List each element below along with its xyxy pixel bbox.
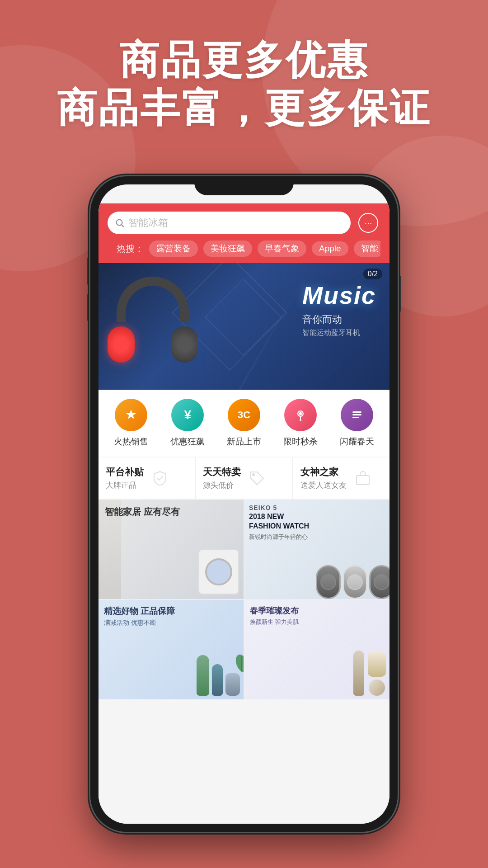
search-bar[interactable]: 智能冰箱 ··· [108,211,380,235]
tag-apple[interactable]: Apple [312,241,348,256]
feature-row: 平台补贴 大牌正品 天天特卖 源头低价 [99,458,389,499]
bottle-group [197,655,244,699]
power-button [398,276,401,312]
svg-rect-10 [357,476,369,485]
main-banner[interactable]: Music 音你而动 智能运动蓝牙耳机 0/2 [99,263,389,390]
product-skincare[interactable]: 春季璀璨发布 焕颜新生 弹力美肌 [244,600,389,699]
tag-camping[interactable]: 露营装备 [149,241,198,257]
cosmetics-text: 精选好物 正品保障 满减活动 优惠不断 [104,605,175,627]
hot-search-row: 热搜： 露营装备 美妆狂飙 早春气象 Apple 智能 [108,235,380,263]
watch-sub: 新锐时尚源于年轻的心 [249,533,309,541]
category-flash-sale[interactable]: 限时秒杀 [278,399,323,448]
svg-rect-8 [352,417,359,418]
bottle-short [225,673,240,696]
svg-point-3 [299,412,302,415]
new-products-icon: 3C [228,399,260,431]
svg-point-9 [253,474,254,476]
headphone-left-cup [108,326,135,363]
flash-sale-icon [284,399,317,431]
feature-goddess-sub: 送爱人送女友 [300,480,347,491]
search-input-wrap[interactable]: 智能冰箱 [108,212,351,234]
product-smart-home[interactable]: 智能家居 应有尽有 [99,500,244,599]
feature-daily-deals[interactable]: 天天特卖 源头低价 [196,458,292,499]
hot-sales-icon [115,399,147,431]
seiko-brand: SEIKO 5 [249,504,309,511]
feature-goddess-title: 女神之家 [300,466,347,478]
category-discount[interactable]: ¥ 优惠狂飙 [165,399,210,448]
sk-bottle-tall [353,651,364,696]
skincare-bottle-group [350,647,389,699]
product-grid: 智能家居 应有尽有 SEIKO 5 2018 NEWFASHION WATCH … [99,500,389,699]
watch-item-dark [316,565,341,599]
phone-notch [194,176,294,195]
watch-text: SEIKO 5 2018 NEWFASHION WATCH 新锐时尚源于年轻的心 [249,504,309,541]
skin-title: 春季璀璨发布 [250,605,299,616]
app-content: 智能冰箱 ··· 热搜： 露营装备 美妆狂飙 早春气象 [99,203,389,824]
smart-home-text: 智能家居 应有尽有 [105,506,180,518]
tag-beauty[interactable]: 美妆狂飙 [203,241,252,257]
product-cosmetics[interactable]: 精选好物 正品保障 满减活动 优惠不断 [99,600,244,699]
tag-smart[interactable]: 智能 [354,241,380,257]
watch-item-dark2 [369,565,389,599]
sk-bottle-fat [368,652,386,677]
chat-button[interactable]: ··· [356,211,380,235]
svg-rect-7 [352,414,361,415]
chat-bubble-icon: ··· [358,213,378,233]
feature-goddess[interactable]: 女神之家 送爱人送女友 [293,458,389,499]
feature-daily-text: 天天特卖 源头低价 [203,466,241,491]
chat-dots: ··· [365,218,372,228]
spring-icon [341,399,373,431]
smart-home-title: 智能家居 应有尽有 [105,506,180,518]
washer-visual [198,549,239,594]
sk-bottle-round [369,679,385,696]
svg-point-5 [300,419,301,421]
headphone-arc [117,277,189,322]
skin-sub: 焕颜新生 弹力美肌 [250,618,299,626]
headphone-right-cup [171,326,198,363]
watch-display [316,565,389,599]
hero-line2: 商品丰富，更多保证 [0,84,488,132]
headphone-image [108,268,198,367]
banner-subtitle: 音你而动 [302,313,376,326]
flash-sale-label: 限时秒杀 [283,436,318,448]
tag-icon [247,468,267,488]
washer-drum [205,558,232,585]
new-products-label: 新品上市 [227,436,261,448]
feature-goddess-text: 女神之家 送爱人送女友 [300,466,347,491]
leaf-icon [233,650,244,672]
phone-frame: 智能冰箱 ··· 热搜： 露营装备 美妆狂飙 早春气象 [90,176,398,832]
feature-subsidy-text: 平台补贴 大牌正品 [106,466,144,491]
search-placeholder: 智能冰箱 [128,216,168,230]
hero-line1: 商品更多优惠 [0,36,488,84]
watch-item-silver [343,565,367,599]
volume-down-button [87,294,90,321]
banner-title: Music [302,281,376,309]
phone-screen: 智能冰箱 ··· 热搜： 露营装备 美妆狂飙 早春气象 [99,184,389,824]
search-area: 智能冰箱 ··· 热搜： 露营装备 美妆狂飙 早春气象 [99,203,389,263]
watch-title: 2018 NEWFASHION WATCH [249,512,309,531]
skincare-text: 春季璀璨发布 焕颜新生 弹力美肌 [250,605,299,626]
bag-icon [353,468,373,488]
spring-label: 闪耀春天 [340,436,374,448]
volume-up-button [87,258,90,285]
product-watch[interactable]: SEIKO 5 2018 NEWFASHION WATCH 新锐时尚源于年轻的心 [244,500,389,599]
search-icon [115,218,125,228]
category-new-products[interactable]: 3C 新品上市 [221,399,267,448]
cosm-sub: 满减活动 优惠不断 [104,619,175,627]
hero-section: 商品更多优惠 商品丰富，更多保证 [0,36,488,132]
svg-rect-6 [352,411,361,413]
tag-spring[interactable]: 早春气象 [258,241,306,257]
banner-sub2: 智能运动蓝牙耳机 [302,328,376,338]
category-spring[interactable]: 闪耀春天 [334,399,380,448]
category-row: 火热销售 ¥ 优惠狂飙 3C 新品上市 [99,390,389,457]
category-hot-sales[interactable]: 火热销售 [108,399,154,448]
bottle-mid [212,664,223,696]
svg-point-0 [117,220,122,226]
banner-text: Music 音你而动 智能运动蓝牙耳机 [302,281,376,338]
headphone-product [108,268,207,381]
shield-icon [150,468,170,488]
banner-counter: 0/2 [363,269,382,279]
bottle-tall [197,655,209,696]
phone-mockup: 智能冰箱 ··· 热搜： 露营装备 美妆狂飙 早春气象 [90,176,398,832]
feature-subsidy[interactable]: 平台补贴 大牌正品 [99,458,195,499]
